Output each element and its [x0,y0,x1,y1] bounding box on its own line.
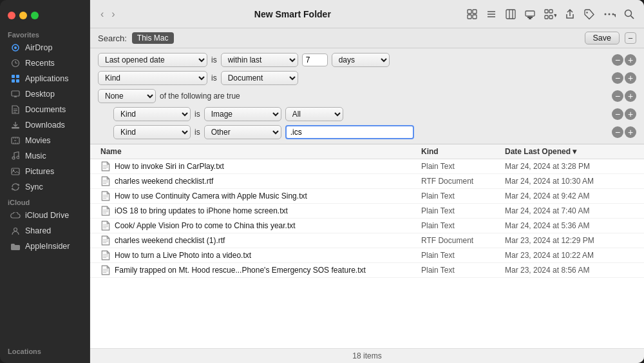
col-kind-header[interactable]: Kind [421,147,505,156]
filter-remove-1[interactable]: − [612,54,623,66]
filter-row-4: Kind is Image All − + [113,105,636,123]
remove-filter-button[interactable]: − [625,32,636,44]
sidebar-item-desktop[interactable]: Desktop [3,86,87,102]
gallery-view-button[interactable] [523,7,537,21]
filter-add-5[interactable]: + [625,126,636,138]
file-icon [100,221,111,231]
minimize-button[interactable] [19,12,27,19]
zoom-button[interactable] [31,12,39,19]
filter-operator-4: is [194,110,200,119]
filter-actions-5: − + [612,126,636,138]
row-name: iOS 18 to bring updates to iPhone home s… [115,206,421,215]
forward-button[interactable]: › [109,7,117,21]
list-view-button[interactable] [484,7,498,21]
filter-operator-1: is [211,55,217,64]
col-date-header[interactable]: Date Last Opened ▾ [505,147,634,156]
sidebar-item-applications[interactable]: Applications [3,71,87,86]
sidebar-item-airdrop[interactable]: AirDrop [3,40,87,55]
filter-remove-5[interactable]: − [612,126,623,138]
svg-rect-42 [545,10,548,13]
filter-criteria-5[interactable]: Kind [113,125,191,139]
search-button[interactable] [622,7,636,21]
filter-unit-1[interactable]: days [332,53,390,67]
sidebar-item-airdrop-label: AirDrop [25,43,52,52]
downloads-icon [10,120,21,130]
svg-rect-45 [549,15,553,19]
sidebar-item-movies[interactable]: Movies [3,133,87,148]
back-button[interactable]: ‹ [98,7,106,21]
filter-actions-1: − + [612,54,636,66]
svg-point-28 [14,228,17,231]
traffic-lights [0,6,90,27]
filter-criteria-4[interactable]: Kind [113,107,191,121]
filter-criteria-2[interactable]: Kind [98,71,207,85]
filter-value-1[interactable] [302,54,328,66]
row-name: How to invoke Siri in CarPlay.txt [115,162,421,171]
sidebar-item-downloads[interactable]: Downloads [3,117,87,133]
svg-point-49 [609,13,611,15]
table-row[interactable]: How to invoke Siri in CarPlay.txt Plain … [90,159,644,174]
sidebar-item-sync[interactable]: Sync [3,179,87,195]
filter-value-2[interactable]: Document [221,71,298,85]
column-view-button[interactable] [504,7,518,21]
filter-condition-1[interactable]: within last [221,53,298,67]
row-name: Family trapped on Mt. Hood rescue...Phon… [115,266,421,275]
filter-add-3[interactable]: + [625,90,636,102]
applications-icon [10,74,21,84]
filter-value-4[interactable]: Image [204,107,281,121]
table-row[interactable]: charles weekend checklist.rtf RTF Docume… [90,174,644,189]
arrange-button[interactable]: ▾ [542,7,558,21]
more-button[interactable]: ▾ [601,7,617,21]
sidebar-item-appleinsider[interactable]: AppleInsider [3,239,87,254]
svg-rect-32 [473,15,477,19]
sync-icon [10,182,21,192]
sidebar-item-pictures[interactable]: Pictures [3,164,87,179]
filter-row-2: Kind is Document − + [98,69,636,87]
filter-criteria-1[interactable]: Last opened date [98,53,207,67]
table-row[interactable]: charles weekend checklist (1).rtf RTF Do… [90,233,644,248]
filter-remove-2[interactable]: − [612,72,623,84]
share-button[interactable] [563,7,577,21]
tag-button[interactable] [582,7,596,21]
sidebar-item-recents[interactable]: Recents [3,55,87,71]
search-label: Search: [98,34,127,43]
sidebar-item-recents-label: Recents [25,59,55,68]
col-name-header[interactable]: Name [100,147,421,156]
svg-rect-38 [506,10,515,19]
sidebar-item-icloud-drive[interactable]: iCloud Drive [3,208,87,223]
row-date: Mar 23, 2024 at 8:56 AM [505,266,634,275]
status-bar: 18 items [90,348,644,363]
filter-remove-4[interactable]: − [612,108,623,120]
table-row[interactable]: Family trapped on Mt. Hood rescue...Phon… [90,263,644,278]
filter-extra-4[interactable]: All [285,107,343,121]
filter-criteria-3[interactable]: None [98,89,156,103]
close-button[interactable] [8,12,15,19]
svg-line-53 [631,15,634,19]
locations-section-label: Locations [0,344,90,357]
filter-add-4[interactable]: + [625,108,636,120]
table-row[interactable]: Cook/ Apple Vision Pro to come to China … [90,219,644,233]
filter-text-input-5[interactable] [285,125,414,139]
filters-area: Last opened date is within last days − +… [90,48,644,144]
icon-view-button[interactable] [465,7,479,21]
svg-point-1 [14,46,17,49]
table-row[interactable]: How to turn a Live Photo into a video.tx… [90,248,644,263]
file-icon [100,250,111,260]
sidebar-item-music[interactable]: Music [3,148,87,164]
file-icon [100,206,111,216]
svg-rect-8 [16,79,19,83]
filter-value-5[interactable]: Other [204,125,281,139]
save-button[interactable]: Save [585,32,620,44]
table-row[interactable]: iOS 18 to bring updates to iPhone home s… [90,204,644,219]
filter-remove-3[interactable]: − [612,90,623,102]
row-date: Mar 24, 2024 at 3:28 PM [505,162,634,171]
filter-add-2[interactable]: + [625,72,636,84]
filter-add-1[interactable]: + [625,54,636,66]
toolbar: ‹ › New Smart Folder ▾ [90,0,644,28]
sidebar-item-shared[interactable]: Shared [3,223,87,239]
table-row[interactable]: How to use Continuity Camera with Apple … [90,189,644,204]
svg-rect-6 [16,75,19,78]
sidebar-item-documents[interactable]: Documents [3,102,87,117]
search-scope-button[interactable]: This Mac [132,32,174,44]
toolbar-icons: ▾ ▾ [465,7,636,21]
